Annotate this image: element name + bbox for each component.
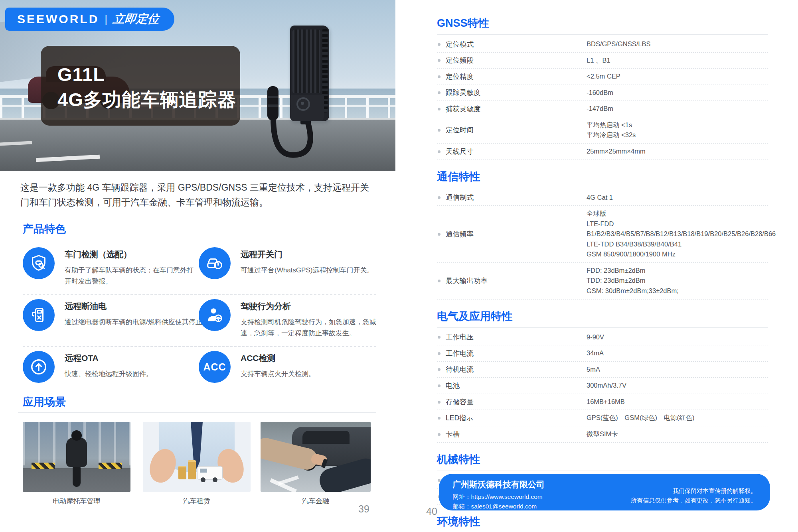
features-section-title: 产品特色 bbox=[23, 222, 66, 236]
device-ribs bbox=[292, 30, 320, 93]
section-divider bbox=[18, 237, 376, 237]
feature-text: 驾驶行为分析支持检测司机危险驾驶行为，如急加速，急减速，急刹等，一定程度防止事故… bbox=[241, 299, 385, 339]
driving-behavior-icon bbox=[199, 299, 231, 331]
feature-description: 通过继电器切断车辆的电源/燃料供应使其停止。 bbox=[65, 317, 212, 328]
product-intro-text: 这是一款多功能 4G 车辆跟踪器，采用 GPS/BDS/GNSS 三重定位技术，… bbox=[20, 180, 376, 210]
spec-label: LED指示 bbox=[437, 413, 587, 423]
spec-label: 天线尺寸 bbox=[437, 147, 587, 156]
feature-title: 远程断油电 bbox=[65, 301, 212, 312]
spec-section-title: 环境特性 bbox=[437, 514, 768, 532]
feature-item: 远程OTA快速、轻松地远程升级固件。 bbox=[23, 351, 199, 383]
spec-row: 工作电压9-90V bbox=[437, 329, 768, 346]
remote-ota-icon bbox=[23, 351, 55, 383]
spec-value: 全球版 LTE-FDD B1/B2/B3/B4/B5/B7/B8/B12/B13… bbox=[587, 209, 776, 260]
device-logo-icon bbox=[296, 97, 310, 111]
spec-value: 9-90V bbox=[587, 332, 768, 343]
gps-tracker-device bbox=[290, 26, 329, 121]
feature-description: 快速、轻松地远程升级固件。 bbox=[65, 368, 199, 380]
company-name: 广州斯沃德科技有限公司 bbox=[452, 479, 545, 490]
spec-row: 定位模式BDS/GPS/GNSS/LBS bbox=[437, 36, 768, 53]
spec-value: <2.5m CEP bbox=[587, 71, 768, 82]
spec-label: 电池 bbox=[437, 381, 587, 390]
footer-left: 广州斯沃德科技有限公司 网址：https://www.seeworld.com … bbox=[452, 479, 545, 510]
hero-title-card: G11L4G多功能车辆追踪器 bbox=[41, 46, 240, 126]
spec-value: 16MB+16MB bbox=[587, 397, 768, 407]
feature-text: 远程断油电通过继电器切断车辆的电源/燃料供应使其停止。 bbox=[65, 299, 212, 331]
feature-row-divider bbox=[23, 346, 376, 347]
spec-label: 工作电流 bbox=[437, 349, 587, 358]
spec-label: 定位频段 bbox=[437, 55, 587, 65]
spec-label: 定位精度 bbox=[437, 72, 587, 81]
feature-title: 远程OTA bbox=[65, 353, 199, 364]
spec-row: 跟踪灵敏度-160dBm bbox=[437, 85, 768, 101]
spec-label: 工作电压 bbox=[437, 332, 587, 342]
spec-section: GNSS特性定位模式BDS/GPS/GNSS/LBS定位频段L1 、B1定位精度… bbox=[437, 16, 768, 160]
spec-row: 工作电流34mA bbox=[437, 345, 768, 362]
footer-contact-bar: 广州斯沃德科技有限公司 网址：https://www.seeworld.com … bbox=[439, 474, 770, 510]
spec-value: 4G Cat 1 bbox=[587, 193, 768, 203]
feature-text: 远程开关门可通过平台(WhatsGPS)远程控制车门开关。 bbox=[241, 247, 388, 279]
spec-value: 25mm×25mm×4mm bbox=[587, 146, 768, 157]
spec-row: 通信制式4G Cat 1 bbox=[437, 190, 768, 206]
spec-section-title: GNSS特性 bbox=[437, 16, 768, 35]
spec-row: 定位时间平均热启动 <1s 平均冷启动 <32s bbox=[437, 117, 768, 144]
acc-icon-label: ACC bbox=[203, 361, 226, 373]
feature-item: 车门检测（选配）有助于了解车队车辆的状态；在车门意外打开时发出警报。 bbox=[23, 247, 199, 287]
feature-description: 支持检测司机危险驾驶行为，如急加速，急减速，急刹等，一定程度防止事故发生。 bbox=[241, 317, 385, 339]
spec-row: 卡槽微型SIM卡 bbox=[437, 426, 768, 443]
feature-item: 驾驶行为分析支持检测司机危险驾驶行为，如急加速，急减速，急刹等，一定程度防止事故… bbox=[199, 299, 385, 339]
feature-text: ACC检测支持车辆点火开关检测。 bbox=[241, 351, 376, 383]
spec-row: 待机电流5mA bbox=[437, 362, 768, 378]
application-photo-rental bbox=[143, 422, 251, 492]
spec-label: 卡槽 bbox=[437, 430, 587, 439]
application-photos bbox=[23, 422, 376, 492]
page-number-right: 40 bbox=[426, 506, 437, 517]
spec-label: 通信频率 bbox=[437, 229, 587, 239]
feature-title: 车门检测（选配） bbox=[65, 249, 199, 260]
feature-description: 可通过平台(WhatsGPS)远程控制车门开关。 bbox=[241, 265, 388, 276]
product-title: G11L4G多功能车辆追踪器 bbox=[57, 62, 240, 112]
spec-value: -147dBm bbox=[587, 104, 768, 114]
feature-title: 远程开关门 bbox=[241, 249, 388, 260]
spec-value: 300mAh/3.7V bbox=[587, 380, 768, 391]
spec-row: 定位精度<2.5m CEP bbox=[437, 69, 768, 85]
application-photo-motorcycle bbox=[23, 422, 130, 492]
spec-row: 通信频率全球版 LTE-FDD B1/B2/B3/B4/B5/B7/B8/B12… bbox=[437, 206, 768, 263]
feature-text: 车门检测（选配）有助于了解车队车辆的状态；在车门意外打开时发出警报。 bbox=[65, 247, 199, 287]
acc-detection-icon: ACC bbox=[199, 351, 231, 383]
spec-row: 最大输出功率FDD: 23dBm±2dBm TDD: 23dBm±2dBm GS… bbox=[437, 263, 768, 299]
brand-logo-text: SEEWORLD bbox=[17, 12, 99, 26]
company-website: 网址：https://www.seeworld.com bbox=[452, 492, 545, 502]
spec-label: 存储容量 bbox=[437, 397, 587, 407]
spec-label: 定位模式 bbox=[437, 39, 587, 49]
brand-logo: SEEWORLD | 立即定位 bbox=[5, 8, 174, 31]
spec-value: 平均热启动 <1s 平均冷启动 <32s bbox=[587, 120, 768, 140]
feature-description: 支持车辆点火开关检测。 bbox=[241, 368, 376, 380]
spec-section-title: 机械特性 bbox=[437, 452, 768, 471]
spec-section: 通信特性通信制式4G Cat 1通信频率全球版 LTE-FDD B1/B2/B3… bbox=[437, 169, 768, 299]
spec-value: FDD: 23dBm±2dBm TDD: 23dBm±2dBm GSM: 30d… bbox=[587, 266, 768, 296]
spec-page: GNSS特性定位模式BDS/GPS/GNSS/LBS定位频段L1 、B1定位精度… bbox=[437, 16, 768, 532]
page-number-left: 39 bbox=[358, 503, 369, 515]
feature-item: 远程开关门可通过平台(WhatsGPS)远程控制车门开关。 bbox=[199, 247, 388, 279]
spec-value: -160dBm bbox=[587, 88, 768, 98]
spec-value: L1 、B1 bbox=[587, 55, 768, 66]
feature-row-divider bbox=[23, 294, 376, 295]
feature-title: 驾驶行为分析 bbox=[241, 301, 385, 312]
application-caption: 汽车租赁 bbox=[143, 497, 251, 506]
spec-label: 通信制式 bbox=[437, 193, 587, 202]
spec-value: 34mA bbox=[587, 348, 768, 359]
spec-section-title: 电气及应用特性 bbox=[437, 309, 768, 328]
application-photo-finance bbox=[261, 422, 371, 492]
hero-banner: G11L4G多功能车辆追踪器 SEEWORLD | 立即定位 bbox=[0, 0, 395, 171]
spec-value: 微型SIM卡 bbox=[587, 429, 768, 439]
spec-label: 待机电流 bbox=[437, 365, 587, 374]
applications-section-title: 应用场景 bbox=[23, 395, 66, 409]
spec-label: 定位时间 bbox=[437, 125, 587, 135]
spec-label: 最大输出功率 bbox=[437, 276, 587, 286]
feature-item: 远程断油电通过继电器切断车辆的电源/燃料供应使其停止。 bbox=[23, 299, 212, 331]
spec-row: 捕获灵敏度-147dBm bbox=[437, 101, 768, 117]
spec-row: 电池300mAh/3.7V bbox=[437, 378, 768, 394]
feature-item: ACCACC检测支持车辆点火开关检测。 bbox=[199, 351, 376, 383]
company-email: 邮箱：sales01@seeworld.com bbox=[452, 502, 545, 511]
